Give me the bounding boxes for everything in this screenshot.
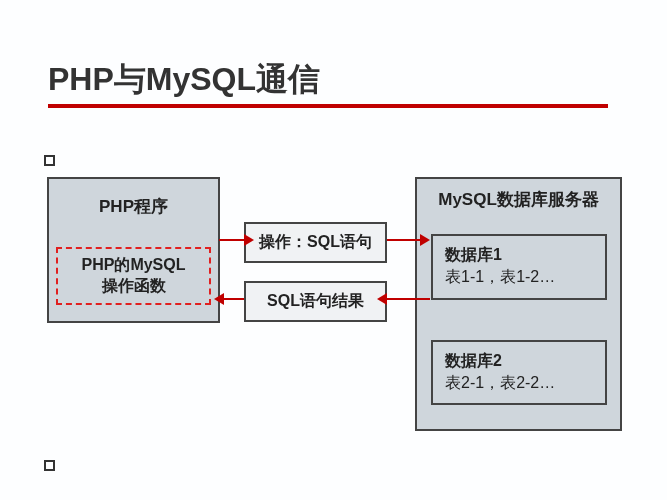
database-2-box: 数据库2 表2-1，表2-2… (431, 340, 607, 405)
php-mysql-functions-box: PHP的MySQL 操作函数 (56, 247, 211, 305)
database-1-tables: 表1-1，表1-2… (445, 266, 593, 288)
database-2-name: 数据库2 (445, 350, 593, 372)
database-1-name: 数据库1 (445, 244, 593, 266)
mysql-server-title: MySQL数据库服务器 (415, 188, 622, 211)
php-mysql-functions-line1: PHP的MySQL (81, 256, 185, 273)
sql-statement-box: 操作：SQL语句 (244, 222, 387, 263)
slide-title: PHP与MySQL通信 (48, 58, 320, 102)
arrow-php-to-op1 (219, 239, 244, 241)
sql-result-box: SQL语句结果 (244, 281, 387, 322)
arrow-mysql-to-op2 (387, 298, 430, 300)
database-2-tables: 表2-1，表2-2… (445, 372, 593, 394)
bullet-icon (44, 155, 55, 166)
arrow-op1-to-mysql (387, 239, 420, 241)
bullet-icon (44, 460, 55, 471)
database-1-box: 数据库1 表1-1，表1-2… (431, 234, 607, 300)
slide: PHP与MySQL通信 PHP程序 PHP的MySQL 操作函数 MySQL数据… (0, 0, 667, 500)
php-mysql-functions-line2: 操作函数 (102, 277, 166, 294)
php-program-title: PHP程序 (47, 195, 220, 218)
title-underline (48, 104, 608, 108)
arrow-op2-to-php (224, 298, 244, 300)
